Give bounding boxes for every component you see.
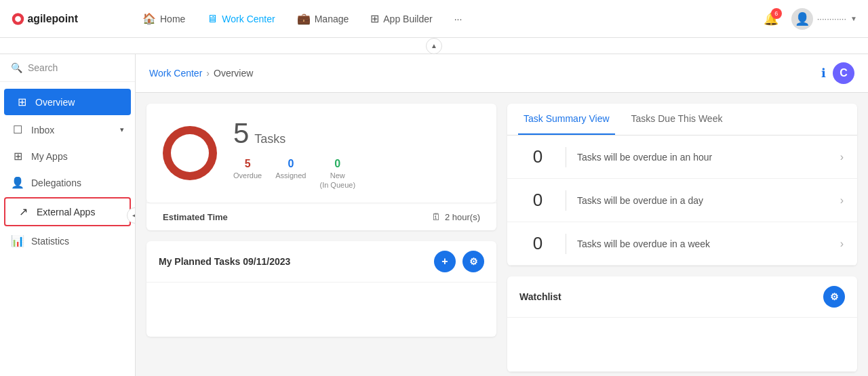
task-overview-card: 5 Tasks 5 Overdue 0 Assigned bbox=[146, 104, 496, 203]
task-total-label: Tasks bbox=[254, 132, 285, 146]
inbox-icon: ☐ bbox=[11, 123, 24, 136]
nav-home-label: Home bbox=[160, 14, 185, 24]
planned-tasks-settings-button[interactable]: ⚙ bbox=[462, 251, 484, 272]
sidebar-item-label: External Apps bbox=[37, 207, 95, 217]
nav-workcenter-label: Work Center bbox=[222, 14, 275, 24]
summary-text-0: Tasks will be overdue in an hour bbox=[577, 152, 840, 163]
svg-point-1 bbox=[15, 16, 21, 22]
watchlist-body bbox=[507, 318, 857, 372]
summary-text-2: Tasks will be overdue in a week bbox=[577, 238, 840, 249]
nav-appbuilder-label: App Builder bbox=[383, 14, 432, 24]
svg-text:agilepoint: agilepoint bbox=[28, 13, 79, 24]
breadcrumb-parent[interactable]: Work Center bbox=[149, 68, 202, 79]
watchlist-card: Watchlist ⚙ bbox=[507, 276, 857, 372]
search-input[interactable]: 🔍 Search bbox=[0, 54, 135, 82]
breadcrumb-current: Overview bbox=[214, 68, 253, 79]
sidebar-item-label: Inbox bbox=[31, 125, 54, 135]
nav-manage[interactable]: 💼 Manage bbox=[288, 7, 359, 30]
breadcrumb-actions: ℹ C bbox=[821, 62, 854, 84]
chevron-right-icon-2[interactable]: › bbox=[840, 238, 844, 250]
breadcrumb: Work Center › Overview ℹ C bbox=[136, 54, 868, 93]
tab-task-summary[interactable]: Task Summary View bbox=[518, 104, 615, 135]
estimated-value-area: 🗓 2 hour(s) bbox=[431, 211, 480, 222]
summary-divider-2 bbox=[566, 234, 566, 254]
nav-workcenter[interactable]: 🖥 Work Center bbox=[197, 7, 284, 30]
summary-divider-1 bbox=[566, 190, 566, 211]
watchlist-settings-button[interactable]: ⚙ bbox=[823, 286, 845, 308]
task-overview-wrapper: 5 Tasks 5 Overdue 0 Assigned bbox=[146, 104, 496, 230]
summary-divider-0 bbox=[566, 147, 566, 167]
home-icon: 🏠 bbox=[142, 12, 156, 25]
tabs-header: Task Summary View Tasks Due This Week bbox=[507, 104, 857, 135]
sidebar-item-label: Delegations bbox=[31, 177, 81, 188]
new-stat: 0 New (In Queue) bbox=[319, 158, 355, 189]
chart-icon: 📊 bbox=[11, 234, 24, 247]
planned-tasks-title: My Planned Tasks 09/11/2023 bbox=[159, 256, 427, 267]
task-stats: 5 Overdue 0 Assigned 0 New bbox=[233, 158, 355, 189]
planned-tasks-header: My Planned Tasks 09/11/2023 + ⚙ bbox=[146, 241, 496, 283]
main-layout: 🔍 Search ⊞ Overview ☐ Inbox ▾ ⊞ My Apps … bbox=[0, 54, 868, 376]
task-count-area: 5 Tasks 5 Overdue 0 Assigned bbox=[233, 117, 355, 189]
apps-icon: ⊞ bbox=[11, 150, 24, 163]
assigned-count: 0 bbox=[288, 158, 294, 170]
assigned-label: Assigned bbox=[275, 171, 306, 180]
planned-tasks-date: 09/11/2023 bbox=[243, 256, 290, 267]
summary-rows: 0 Tasks will be overdue in an hour › 0 T… bbox=[507, 135, 857, 266]
avatar: 👤 bbox=[791, 8, 813, 30]
task-total-row: 5 Tasks bbox=[233, 117, 355, 150]
sidebar-nav: ⊞ Overview ☐ Inbox ▾ ⊞ My Apps 👤 Delegat… bbox=[0, 82, 135, 376]
sidebar-item-statistics[interactable]: 📊 Statistics bbox=[0, 228, 135, 254]
info-button[interactable]: ℹ bbox=[821, 66, 826, 81]
task-summary-panel: Task Summary View Tasks Due This Week 0 … bbox=[507, 104, 857, 266]
tab-tasks-due[interactable]: Tasks Due This Week bbox=[626, 104, 728, 135]
nav-more[interactable]: ··· bbox=[445, 8, 472, 30]
summary-count-1: 0 bbox=[521, 190, 555, 211]
notification-button[interactable]: 🔔 6 bbox=[759, 7, 783, 31]
breadcrumb-separator: › bbox=[206, 68, 210, 79]
overdue-label: Overdue bbox=[233, 171, 262, 180]
user-avatar-circle: C bbox=[833, 62, 854, 84]
summary-count-2: 0 bbox=[521, 233, 555, 254]
sidebar-item-overview[interactable]: ⊞ Overview bbox=[4, 89, 131, 115]
main-content: Work Center › Overview ℹ C bbox=[136, 54, 868, 376]
sidebar-item-label: My Apps bbox=[31, 151, 68, 162]
nav-appbuilder[interactable]: ⊞ App Builder bbox=[361, 7, 441, 30]
search-label: Search bbox=[28, 62, 58, 73]
sidebar-item-delegations[interactable]: 👤 Delegations bbox=[0, 169, 135, 196]
chevron-down-icon: ▼ bbox=[850, 15, 857, 22]
nav-items: 🏠 Home 🖥 Work Center 💼 Manage ⊞ App Buil… bbox=[133, 7, 759, 30]
chevron-right-icon-1[interactable]: › bbox=[840, 194, 844, 207]
overdue-stat: 5 Overdue bbox=[233, 158, 262, 189]
overdue-count: 5 bbox=[245, 158, 251, 170]
sidebar-item-externalapps[interactable]: ↗ External Apps bbox=[4, 197, 131, 226]
monitor-icon: 🖥 bbox=[207, 13, 218, 25]
estimated-time-row: Estimated Time 🗓 2 hour(s) bbox=[146, 203, 496, 230]
summary-row-1: 0 Tasks will be overdue in a day › bbox=[507, 179, 857, 222]
nav-home[interactable]: 🏠 Home bbox=[133, 7, 195, 30]
nav-right: 🔔 6 👤 ············ ▼ bbox=[759, 7, 857, 31]
summary-count-0: 0 bbox=[521, 146, 555, 167]
summary-row-0: 0 Tasks will be overdue in an hour › bbox=[507, 135, 857, 179]
collapse-bar: ▲ bbox=[0, 38, 868, 54]
briefcase-icon: 💼 bbox=[297, 12, 311, 25]
task-total-count: 5 bbox=[233, 117, 249, 150]
planned-tasks-card: My Planned Tasks 09/11/2023 + ⚙ bbox=[146, 241, 496, 337]
summary-row-2: 0 Tasks will be overdue in a week › bbox=[507, 222, 857, 266]
user-name: ············ bbox=[817, 14, 846, 24]
top-nav: agilepoint 🏠 Home 🖥 Work Center 💼 Manage… bbox=[0, 0, 868, 38]
sidebar-item-myapps[interactable]: ⊞ My Apps bbox=[0, 143, 135, 169]
planned-tasks-title-text: My Planned Tasks bbox=[159, 256, 240, 267]
person-icon: 👤 bbox=[11, 176, 24, 189]
sidebar-item-label: Overview bbox=[35, 97, 75, 108]
chevron-right-icon-0[interactable]: › bbox=[840, 151, 844, 163]
user-icon: 👤 bbox=[795, 12, 810, 26]
add-task-button[interactable]: + bbox=[434, 251, 456, 272]
tab2-label: Tasks Due This Week bbox=[631, 113, 723, 124]
new-sublabel: (In Queue) bbox=[319, 181, 355, 189]
sidebar-item-inbox[interactable]: ☐ Inbox ▾ bbox=[0, 117, 135, 143]
left-panel: 5 Tasks 5 Overdue 0 Assigned bbox=[146, 104, 496, 372]
clock-icon: 🗓 bbox=[431, 211, 441, 222]
user-menu[interactable]: 👤 ············ ▼ bbox=[791, 8, 857, 30]
right-panel: Task Summary View Tasks Due This Week 0 … bbox=[507, 104, 857, 372]
collapse-button[interactable]: ▲ bbox=[426, 38, 442, 54]
